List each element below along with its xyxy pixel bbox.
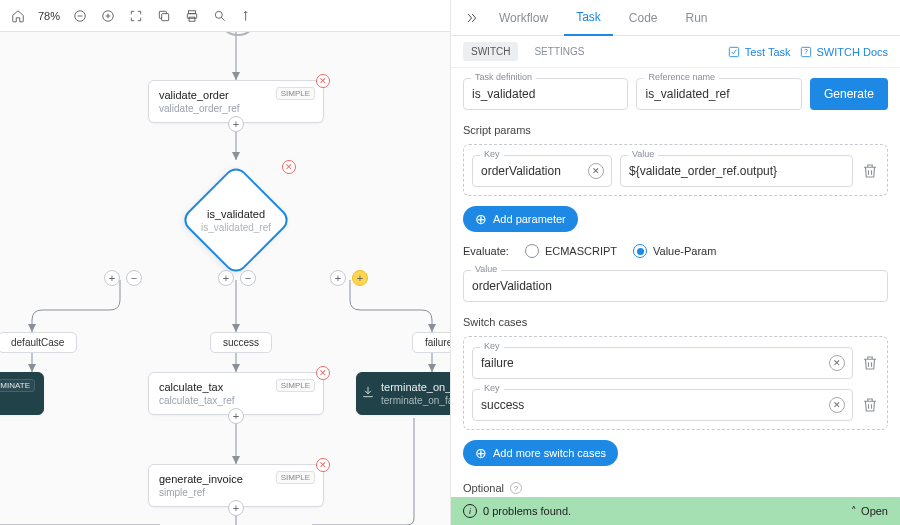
svg-rect-5 [162, 13, 169, 20]
svg-line-10 [221, 17, 224, 20]
tab-task[interactable]: Task [564, 0, 613, 36]
tab-workflow[interactable]: Workflow [487, 0, 560, 36]
node-terminate-on-failure[interactable]: terminate_on_failure terminate_on_failur… [356, 372, 450, 415]
case-key-input[interactable] [472, 389, 853, 421]
trash-icon[interactable] [861, 162, 879, 180]
tab-run[interactable]: Run [674, 0, 720, 36]
reference-name-input[interactable] [636, 78, 801, 110]
trash-icon[interactable] [861, 396, 879, 414]
close-icon[interactable]: ✕ [282, 160, 296, 174]
case-failure[interactable]: failure [412, 332, 450, 353]
download-icon [361, 385, 375, 399]
problems-status-bar[interactable]: i 0 problems found. ˄ Open [451, 497, 900, 525]
svg-marker-26 [232, 456, 240, 464]
add-icon[interactable]: + [218, 270, 234, 286]
node-generate-invoice[interactable]: ✕ generate_invoice simple_ref SIMPLE + [148, 464, 324, 507]
add-icon[interactable]: + [330, 270, 346, 286]
remove-icon[interactable]: − [240, 270, 256, 286]
open-label[interactable]: Open [861, 505, 888, 517]
task-definition-input[interactable] [463, 78, 628, 110]
svg-text:?: ? [804, 48, 808, 55]
node-validate-order[interactable]: ✕ validate_order validate_order_ref SIMP… [148, 80, 324, 123]
add-switch-case-button[interactable]: ⊕Add more switch cases [463, 440, 618, 466]
evaluate-value-input[interactable] [463, 270, 888, 302]
fit-icon[interactable] [124, 4, 148, 28]
help-icon[interactable]: ? [510, 482, 522, 494]
svg-marker-15 [28, 324, 36, 332]
script-params-title: Script params [463, 124, 888, 136]
case-default[interactable]: defaultCase [0, 332, 77, 353]
search-icon[interactable] [208, 4, 232, 28]
info-icon: i [463, 504, 477, 518]
param-value-input[interactable] [620, 155, 853, 187]
case-success[interactable]: success [210, 332, 272, 353]
clear-icon[interactable]: ✕ [829, 355, 845, 371]
home-icon[interactable] [6, 4, 30, 28]
svg-rect-6 [189, 10, 196, 13]
svg-marker-18 [428, 324, 436, 332]
clear-icon[interactable]: ✕ [588, 163, 604, 179]
svg-point-9 [215, 11, 222, 18]
generate-button[interactable]: Generate [810, 78, 888, 110]
collapse-panel-icon[interactable] [459, 6, 483, 30]
add-node-icon[interactable]: + [228, 500, 244, 516]
close-icon[interactable]: ✕ [316, 74, 330, 88]
zoom-percent: 78% [34, 10, 64, 22]
zoom-out-icon[interactable] [68, 4, 92, 28]
case-key-input[interactable] [472, 347, 853, 379]
subtab-switch[interactable]: SWITCH [463, 42, 518, 61]
svg-marker-24 [428, 364, 436, 372]
canvas-toolbar: 78% [0, 0, 450, 32]
svg-marker-14 [232, 152, 240, 160]
radio-value-param[interactable]: Value-Param [633, 244, 716, 258]
zoom-in-icon[interactable] [96, 4, 120, 28]
subtab-bar: SWITCH SETTINGS Test Task ?SWITCH Docs [451, 36, 900, 68]
close-icon[interactable]: ✕ [316, 458, 330, 472]
switch-docs-link[interactable]: ?SWITCH Docs [799, 45, 889, 59]
branch-handles-left: + − [104, 270, 142, 286]
add-parameter-button[interactable]: ⊕Add parameter [463, 206, 578, 232]
sort-icon[interactable] [236, 4, 260, 28]
svg-marker-22 [232, 364, 240, 372]
workflow-canvas[interactable]: 78% [0, 0, 450, 525]
subtab-settings[interactable]: SETTINGS [526, 42, 592, 61]
trash-icon[interactable] [861, 354, 879, 372]
copy-icon[interactable] [152, 4, 176, 28]
add-node-icon[interactable]: + [228, 408, 244, 424]
node-type-badge: SIMPLE [276, 379, 315, 392]
switch-cases-title: Switch cases [463, 316, 888, 328]
chevron-up-icon[interactable]: ˄ [851, 505, 857, 518]
node-type-badge: SIMPLE [276, 471, 315, 484]
print-icon[interactable] [180, 4, 204, 28]
branch-handles-mid: + − [218, 270, 256, 286]
test-task-link[interactable]: Test Task [727, 45, 791, 59]
clear-icon[interactable]: ✕ [829, 397, 845, 413]
svg-marker-20 [28, 364, 36, 372]
node-calculate-tax[interactable]: ✕ calculate_tax calculate_tax_ref SIMPLE… [148, 372, 324, 415]
task-form: Task definition Reference name Generate … [451, 68, 900, 497]
panel-tabs: Workflow Task Code Run [451, 0, 900, 36]
svg-marker-12 [232, 72, 240, 80]
add-highlighted-icon[interactable]: + [352, 270, 368, 286]
svg-rect-8 [189, 17, 195, 21]
radio-ecmascript[interactable]: ECMASCRIPT [525, 244, 617, 258]
svg-marker-17 [232, 324, 240, 332]
node-type-badge: TERMINATE [0, 379, 35, 392]
svg-rect-28 [729, 47, 738, 56]
add-icon[interactable]: + [104, 270, 120, 286]
remove-icon[interactable]: − [126, 270, 142, 286]
add-node-icon[interactable]: + [228, 116, 244, 132]
node-terminate-left[interactable]: _flow _flow_ref TERMINATE [0, 372, 44, 415]
optional-label: Optional [463, 482, 504, 494]
task-panel: Workflow Task Code Run SWITCH SETTINGS T… [450, 0, 900, 525]
tab-code[interactable]: Code [617, 0, 670, 36]
close-icon[interactable]: ✕ [316, 366, 330, 380]
node-type-badge: SIMPLE [276, 87, 315, 100]
branch-handles-right: + + [330, 270, 368, 286]
problems-text: 0 problems found. [483, 505, 571, 517]
evaluate-row: Evaluate: ECMASCRIPT Value-Param [463, 244, 888, 258]
node-switch-is-validated[interactable]: is_validated is_validated_ref ✕ [140, 160, 332, 280]
